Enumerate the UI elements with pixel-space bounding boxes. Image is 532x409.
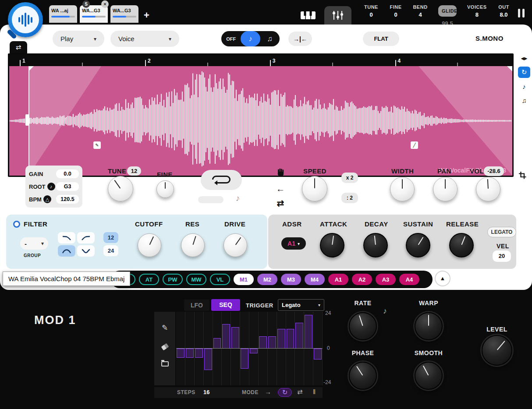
seq-step-9[interactable] <box>249 312 259 385</box>
mod-pill-m4[interactable]: M4 <box>305 274 325 285</box>
global-param-tune[interactable]: TUNE0 <box>364 4 379 18</box>
crop-icon[interactable] <box>519 172 526 181</box>
voice-mode-dropdown[interactable]: Voice ▾ <box>110 31 179 47</box>
hand-icon[interactable] <box>277 168 285 179</box>
pencil-icon[interactable]: ✎ <box>162 323 168 332</box>
sample-tab-3[interactable]: WA...G3 <box>110 5 138 23</box>
mod-pill-a4[interactable]: A4 <box>399 274 419 285</box>
release-knob[interactable] <box>449 233 474 257</box>
mod-pill-at[interactable]: AT <box>139 274 159 285</box>
res-knob[interactable] <box>181 233 205 257</box>
wave-ruler[interactable]: 1234 <box>9 55 512 66</box>
vol-knob[interactable] <box>476 177 500 201</box>
seq-step-14[interactable] <box>295 312 304 385</box>
root-value[interactable]: G3 <box>56 182 79 191</box>
start-marker-grip[interactable] <box>25 114 29 126</box>
global-param-bend[interactable]: BEND4 <box>413 4 428 18</box>
stretch-mode-icon[interactable]: ♫ <box>518 95 530 106</box>
seq-step-15[interactable] <box>304 312 313 385</box>
close-tab-icon[interactable]: × <box>101 0 109 8</box>
adsr-preset-dropdown[interactable]: A1 ▾ <box>281 237 306 250</box>
drag-back-icon[interactable]: ← <box>276 184 285 194</box>
trigger-dropdown[interactable]: Legato ▾ <box>278 299 324 311</box>
global-param-out[interactable]: OUT8.0 <box>497 4 511 18</box>
mod-pill-a2[interactable]: A2 <box>352 274 372 285</box>
fine-knob[interactable] <box>156 180 174 198</box>
wave-loop-tab[interactable]: ⇄ <box>10 41 27 53</box>
lowpass-icon[interactable] <box>58 232 75 243</box>
tab-seq[interactable]: SEQ <box>211 299 240 311</box>
play-mode-dropdown[interactable]: Play ▾ <box>53 31 104 47</box>
bandpass-icon[interactable] <box>58 245 75 257</box>
drive-knob[interactable] <box>223 233 247 257</box>
flat-button[interactable]: FLAT <box>363 32 399 46</box>
eraser-icon[interactable] <box>161 343 169 351</box>
sample-tab-2[interactable]: WA...G3S× <box>80 5 108 23</box>
pan-knob[interactable] <box>433 177 458 201</box>
add-tab-button[interactable]: + <box>144 10 149 21</box>
seq-step-13[interactable] <box>286 312 295 385</box>
pitch-mode-icon[interactable]: ♪ <box>518 81 530 92</box>
sustain-knob[interactable] <box>406 233 430 257</box>
global-param-fine[interactable]: FINE0 <box>388 4 403 18</box>
speed-double-button[interactable]: x 2 <box>341 173 358 183</box>
phase-knob[interactable] <box>349 362 377 390</box>
tune-value[interactable]: 12 <box>127 166 141 176</box>
start-flag[interactable] <box>28 66 34 71</box>
slope-12-button[interactable]: 12 <box>103 232 118 243</box>
loop-length-pill[interactable] <box>198 196 223 203</box>
sync-off-button[interactable]: OFF <box>221 31 241 46</box>
global-param-glide[interactable]: GLIDE99.5 <box>437 4 458 16</box>
seq-step-16[interactable] <box>313 312 323 385</box>
highpass-icon[interactable] <box>77 232 95 243</box>
seq-step-5[interactable] <box>213 312 222 385</box>
seq-step-11[interactable] <box>268 312 277 385</box>
width-knob[interactable] <box>390 177 415 201</box>
vel-value[interactable]: 20 <box>493 250 511 262</box>
end-flag[interactable] <box>507 66 512 71</box>
warp-mode-icon[interactable]: ↻ <box>518 67 530 78</box>
mode-pingpong-icon[interactable]: ⇄ <box>297 388 303 396</box>
sync-note-button[interactable]: ♪ <box>241 31 260 46</box>
seq-step-7[interactable] <box>231 312 240 385</box>
seq-step-8[interactable] <box>240 312 249 385</box>
randomize-icon[interactable]: ⇄ <box>277 198 284 208</box>
decay-knob[interactable] <box>363 233 388 257</box>
collapse-panel-button[interactable]: ▲ <box>435 271 450 286</box>
seq-step-10[interactable] <box>259 312 268 385</box>
cutoff-knob[interactable] <box>138 233 161 257</box>
filter-enable-toggle[interactable] <box>13 221 20 228</box>
tune-knob[interactable] <box>108 176 133 201</box>
pause-icon[interactable] <box>518 9 525 18</box>
solo-badge[interactable]: S <box>82 0 90 8</box>
slope-24-button[interactable]: 24 <box>103 245 118 256</box>
notch-icon[interactable] <box>77 245 95 257</box>
pan-handles-icon[interactable]: ◂▸ <box>518 53 530 64</box>
level-knob[interactable] <box>482 335 512 366</box>
seq-step-12[interactable] <box>277 312 286 385</box>
mod-pill-a3[interactable]: A3 <box>376 274 396 285</box>
seq-step-1[interactable] <box>176 312 185 385</box>
mod-pill-mw[interactable]: MW <box>186 274 206 285</box>
attack-knob[interactable] <box>320 233 344 257</box>
steps-value[interactable]: 16 <box>203 389 209 395</box>
global-param-voices[interactable]: VOICES8 <box>467 4 487 18</box>
snap-button[interactable]: →|← <box>288 32 312 46</box>
rate-knob[interactable] <box>349 312 377 340</box>
mod-pill-pw[interactable]: PW <box>163 274 183 285</box>
seq-step-3[interactable] <box>195 312 204 385</box>
waveform-display[interactable]: ✎ ╱ WA VocalFX Blur 01 G3 <box>9 66 512 176</box>
smooth-knob[interactable] <box>415 362 443 390</box>
seq-step-2[interactable] <box>185 312 195 385</box>
mono-mode-label[interactable]: S.MONO <box>475 35 504 42</box>
mode-hold-icon[interactable]: ‖ <box>313 388 316 395</box>
bpm-value[interactable]: 120.5 <box>56 195 79 204</box>
fade-out-handle[interactable]: ╱ <box>411 141 418 149</box>
gain-value[interactable]: 0.0 <box>56 169 79 178</box>
mod-pill-vl[interactable]: VL <box>210 274 230 285</box>
mod-pill-m3[interactable]: M3 <box>281 274 301 285</box>
mode-loop-icon[interactable]: ↻ <box>278 388 292 397</box>
loop-button[interactable] <box>201 170 242 190</box>
seq-step-4[interactable] <box>204 312 213 385</box>
mod-pill-m1[interactable]: M1 <box>234 274 254 285</box>
